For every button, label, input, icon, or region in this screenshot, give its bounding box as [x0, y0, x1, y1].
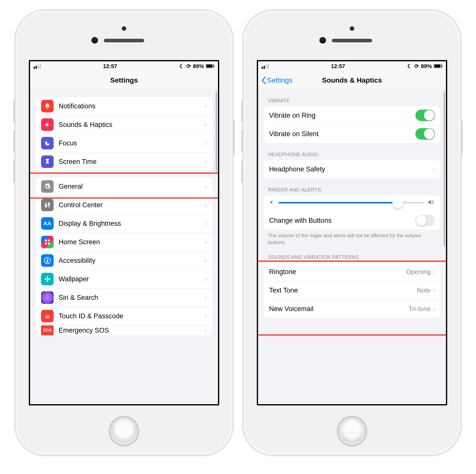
volume-slider-fill: [279, 202, 398, 203]
row-control-center[interactable]: Control Center ›: [36, 196, 212, 214]
do-not-disturb-icon: ☾: [407, 63, 412, 70]
row-accessibility[interactable]: Accessibility ›: [36, 251, 212, 270]
status-time: 12:57: [103, 63, 117, 70]
toggle-vibrate-on-silent[interactable]: [415, 128, 435, 140]
row-display-brightness[interactable]: AA Display & Brightness ›: [36, 214, 212, 233]
phone-left: 12:57 ☾ ⟳ 89% Settings Not: [15, 10, 233, 455]
settings-group-notifications: Notifications › Sounds & Haptics › Focus…: [36, 97, 212, 171]
row-label: Sounds & Haptics: [59, 121, 205, 129]
svg-rect-2: [214, 65, 214, 67]
svg-rect-9: [45, 243, 47, 245]
volume-slider-track[interactable]: [279, 202, 424, 203]
row-wallpaper[interactable]: Wallpaper ›: [36, 270, 212, 288]
accessibility-icon: [41, 254, 54, 267]
group-vibrate: Vibrate on Ring Vibrate on Silent: [264, 106, 440, 143]
section-footer-ringer: The volume of the ringer and alerts will…: [268, 232, 436, 246]
row-headphone-safety[interactable]: Headphone Safety ›: [264, 160, 440, 178]
row-label: Display & Brightness: [59, 220, 205, 227]
section-header-patterns: Sounds and Vibration Patterns: [268, 254, 436, 260]
row-change-with-buttons[interactable]: Change with Buttons: [264, 211, 440, 230]
row-label: Text Tone: [269, 287, 417, 294]
chevron-right-icon: ›: [205, 158, 207, 166]
signal-strength-icon: [262, 64, 269, 69]
row-general[interactable]: General ›: [36, 177, 212, 196]
row-emergency-sos[interactable]: SOS Emergency SOS ›: [36, 325, 212, 335]
settings-content[interactable]: Notifications › Sounds & Haptics › Focus…: [30, 89, 218, 404]
svg-rect-10: [48, 243, 50, 245]
row-ringer-volume-slider[interactable]: [264, 195, 440, 211]
orientation-lock-icon: ⟳: [186, 63, 191, 70]
battery-percent: 89%: [421, 63, 432, 70]
chevron-right-icon: ›: [205, 327, 207, 334]
chevron-right-icon: ›: [205, 139, 207, 147]
scroll-indicator[interactable]: [216, 91, 217, 171]
row-sounds-haptics[interactable]: Sounds & Haptics ›: [36, 115, 212, 134]
moon-icon: [41, 137, 54, 149]
group-headphone: Headphone Safety ›: [264, 160, 440, 178]
home-button[interactable]: [337, 416, 367, 446]
nav-header: Settings Sounds & Haptics: [258, 71, 446, 89]
toggle-vibrate-on-ring[interactable]: [415, 110, 435, 121]
row-label: Siri & Search: [59, 294, 205, 302]
row-new-voicemail[interactable]: New Voicemail Tri-tone ›: [264, 300, 440, 318]
row-value: Opening: [406, 268, 431, 276]
section-header-vibrate: Vibrate: [268, 98, 436, 104]
chevron-right-icon: ›: [205, 201, 207, 209]
app-grid-icon: [41, 236, 54, 248]
volume-low-icon: [269, 199, 275, 206]
toggle-change-with-buttons[interactable]: [415, 215, 435, 226]
home-button[interactable]: [109, 416, 139, 446]
page-title: Sounds & Haptics: [322, 76, 382, 84]
row-label: New Voicemail: [269, 305, 408, 313]
svg-rect-8: [48, 240, 50, 242]
settings-group-general: General › Control Center › AA Display & …: [36, 177, 212, 335]
back-button[interactable]: Settings: [262, 76, 292, 84]
status-right: ☾ ⟳ 89%: [407, 63, 442, 70]
row-vibrate-on-silent[interactable]: Vibrate on Silent: [264, 125, 440, 143]
row-siri-search[interactable]: Siri & Search ›: [36, 288, 212, 307]
row-label: Touch ID & Passcode: [59, 312, 205, 320]
screen-sounds-haptics: 12:57 ☾ ⟳ 89% Settings Sounds & Haptics …: [257, 60, 447, 405]
volume-high-icon: [428, 199, 435, 206]
chevron-right-icon: ›: [433, 287, 435, 294]
row-value: Note: [417, 287, 431, 294]
status-right: ☾ ⟳ 89%: [179, 63, 214, 70]
battery-percent: 89%: [193, 63, 204, 70]
chevron-right-icon: ›: [433, 165, 435, 173]
chevron-right-icon: ›: [205, 275, 207, 283]
phone-right: 12:57 ☾ ⟳ 89% Settings Sounds & Haptics …: [243, 10, 461, 455]
row-label: Ringtone: [269, 268, 406, 276]
back-label: Settings: [267, 76, 292, 84]
flower-icon: [41, 273, 54, 285]
screen-settings: 12:57 ☾ ⟳ 89% Settings Not: [29, 60, 219, 405]
row-text-tone[interactable]: Text Tone Note ›: [264, 281, 440, 300]
status-time: 12:57: [331, 63, 345, 70]
chevron-right-icon: ›: [205, 102, 207, 110]
svg-point-6: [48, 205, 49, 207]
chevron-right-icon: ›: [205, 238, 207, 246]
siri-icon: [41, 291, 54, 304]
row-label: General: [59, 183, 205, 190]
sounds-content[interactable]: Vibrate Vibrate on Ring Vibrate on Silen…: [258, 89, 446, 404]
row-label: Wallpaper: [59, 275, 205, 283]
row-vibrate-on-ring[interactable]: Vibrate on Ring: [264, 106, 440, 125]
row-screen-time[interactable]: Screen Time ›: [36, 152, 212, 171]
row-label: Emergency SOS: [59, 327, 205, 334]
battery-icon: [206, 63, 214, 70]
row-label: Accessibility: [59, 257, 205, 265]
nav-header: Settings: [30, 71, 218, 89]
row-touchid-passcode[interactable]: Touch ID & Passcode ›: [36, 307, 212, 325]
row-label: Notifications: [59, 102, 205, 110]
svg-point-12: [47, 258, 48, 260]
group-patterns: Ringtone Opening › Text Tone Note › New …: [264, 263, 440, 318]
scroll-indicator[interactable]: [444, 91, 445, 247]
row-notifications[interactable]: Notifications ›: [36, 97, 212, 115]
row-focus[interactable]: Focus ›: [36, 134, 212, 152]
do-not-disturb-icon: ☾: [179, 63, 184, 70]
hourglass-icon: [41, 155, 54, 168]
row-home-screen[interactable]: Home Screen ›: [36, 233, 212, 251]
volume-slider-thumb[interactable]: [392, 197, 403, 208]
battery-icon: [434, 63, 442, 70]
row-label: Vibrate on Silent: [269, 130, 415, 138]
row-ringtone[interactable]: Ringtone Opening ›: [264, 263, 440, 281]
